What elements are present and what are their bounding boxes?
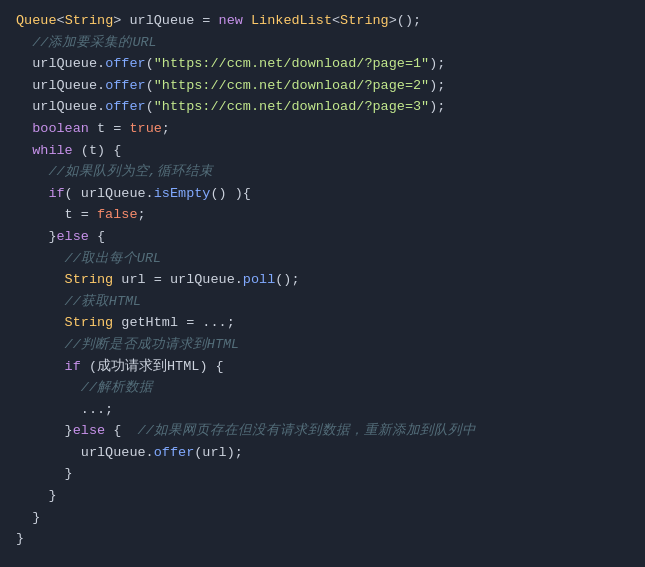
code-line-9: if( urlQueue.isEmpty() ){ [16,183,629,205]
code-line-5: urlQueue.offer("https://ccm.net/download… [16,96,629,118]
code-line-20: }else { //如果网页存在但没有请求到数据，重新添加到队列中 [16,420,629,442]
code-line-10: t = false; [16,204,629,226]
code-line-21: urlQueue.offer(url); [16,442,629,464]
code-line-24: } [16,507,629,529]
code-line-17: if (成功请求到HTML) { [16,356,629,378]
code-line-11: }else { [16,226,629,248]
code-line-22: } [16,463,629,485]
code-line-14: //获取HTML [16,291,629,313]
code-line-1: Queue<String> urlQueue = new LinkedList<… [16,10,629,32]
code-line-16: //判断是否成功请求到HTML [16,334,629,356]
code-line-6: boolean t = true; [16,118,629,140]
code-line-8: //如果队列为空,循环结束 [16,161,629,183]
code-line-18: //解析数据 [16,377,629,399]
code-line-12: //取出每个URL [16,248,629,270]
code-line-3: urlQueue.offer("https://ccm.net/download… [16,53,629,75]
code-line-15: String getHtml = ...; [16,312,629,334]
code-line-25: } [16,528,629,550]
code-line-13: String url = urlQueue.poll(); [16,269,629,291]
code-line-7: while (t) { [16,140,629,162]
code-editor: Queue<String> urlQueue = new LinkedList<… [0,0,645,567]
code-line-2: //添加要采集的URL [16,32,629,54]
code-line-4: urlQueue.offer("https://ccm.net/download… [16,75,629,97]
code-line-23: } [16,485,629,507]
code-line-19: ...; [16,399,629,421]
